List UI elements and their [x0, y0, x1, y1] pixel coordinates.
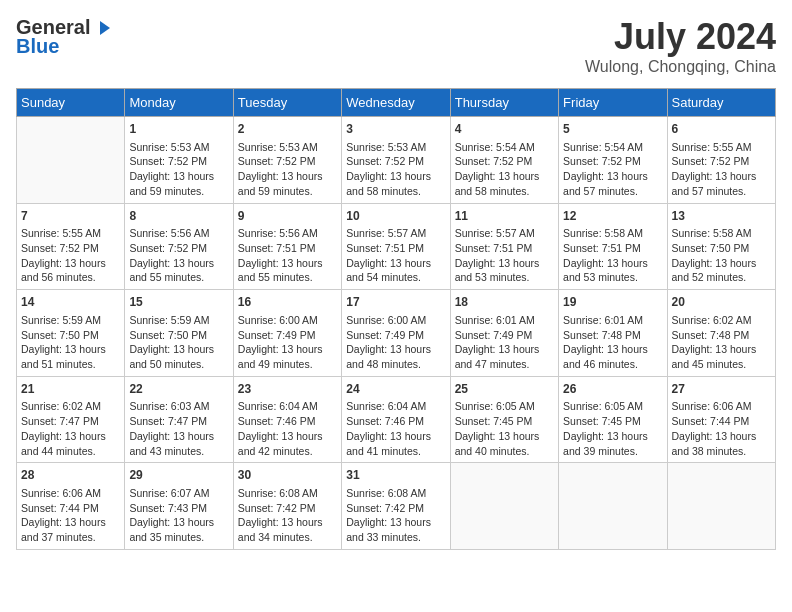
daylight-label: Daylight: 13 hours and 46 minutes.: [563, 343, 648, 370]
sunrise-label: Sunrise: 6:04 AM: [238, 400, 318, 412]
daylight-label: Daylight: 13 hours and 55 minutes.: [129, 257, 214, 284]
sunset-label: Sunset: 7:52 PM: [21, 242, 99, 254]
sunset-label: Sunset: 7:43 PM: [129, 502, 207, 514]
calendar-cell: 16 Sunrise: 6:00 AM Sunset: 7:49 PM Dayl…: [233, 290, 341, 377]
day-number: 19: [563, 294, 662, 311]
sunrise-label: Sunrise: 5:55 AM: [21, 227, 101, 239]
sunset-label: Sunset: 7:49 PM: [455, 329, 533, 341]
calendar-cell: 27 Sunrise: 6:06 AM Sunset: 7:44 PM Dayl…: [667, 376, 775, 463]
calendar-cell: 11 Sunrise: 5:57 AM Sunset: 7:51 PM Dayl…: [450, 203, 558, 290]
sunset-label: Sunset: 7:42 PM: [346, 502, 424, 514]
sunset-label: Sunset: 7:48 PM: [563, 329, 641, 341]
calendar-cell: 17 Sunrise: 6:00 AM Sunset: 7:49 PM Dayl…: [342, 290, 450, 377]
sunrise-label: Sunrise: 5:56 AM: [129, 227, 209, 239]
sunrise-label: Sunrise: 6:01 AM: [563, 314, 643, 326]
calendar-cell: 10 Sunrise: 5:57 AM Sunset: 7:51 PM Dayl…: [342, 203, 450, 290]
day-number: 23: [238, 381, 337, 398]
week-row-4: 21 Sunrise: 6:02 AM Sunset: 7:47 PM Dayl…: [17, 376, 776, 463]
calendar-cell: 9 Sunrise: 5:56 AM Sunset: 7:51 PM Dayli…: [233, 203, 341, 290]
day-number: 14: [21, 294, 120, 311]
logo-blue: Blue: [16, 35, 59, 58]
daylight-label: Daylight: 13 hours and 39 minutes.: [563, 430, 648, 457]
sunrise-label: Sunrise: 5:58 AM: [672, 227, 752, 239]
sunset-label: Sunset: 7:50 PM: [672, 242, 750, 254]
sunset-label: Sunset: 7:52 PM: [672, 155, 750, 167]
day-number: 8: [129, 208, 228, 225]
sunrise-label: Sunrise: 5:55 AM: [672, 141, 752, 153]
sunset-label: Sunset: 7:44 PM: [672, 415, 750, 427]
sunrise-label: Sunrise: 5:54 AM: [455, 141, 535, 153]
day-number: 10: [346, 208, 445, 225]
sunset-label: Sunset: 7:47 PM: [21, 415, 99, 427]
week-row-5: 28 Sunrise: 6:06 AM Sunset: 7:44 PM Dayl…: [17, 463, 776, 550]
sunset-label: Sunset: 7:52 PM: [346, 155, 424, 167]
day-number: 13: [672, 208, 771, 225]
svg-marker-0: [100, 21, 110, 35]
calendar-cell: 7 Sunrise: 5:55 AM Sunset: 7:52 PM Dayli…: [17, 203, 125, 290]
title-area: July 2024 Wulong, Chongqing, China: [585, 16, 776, 76]
calendar-cell: 31 Sunrise: 6:08 AM Sunset: 7:42 PM Dayl…: [342, 463, 450, 550]
daylight-label: Daylight: 13 hours and 49 minutes.: [238, 343, 323, 370]
daylight-label: Daylight: 13 hours and 58 minutes.: [346, 170, 431, 197]
sunrise-label: Sunrise: 6:02 AM: [21, 400, 101, 412]
sunset-label: Sunset: 7:47 PM: [129, 415, 207, 427]
sunset-label: Sunset: 7:52 PM: [455, 155, 533, 167]
calendar-cell: 8 Sunrise: 5:56 AM Sunset: 7:52 PM Dayli…: [125, 203, 233, 290]
calendar-cell: 25 Sunrise: 6:05 AM Sunset: 7:45 PM Dayl…: [450, 376, 558, 463]
day-number: 6: [672, 121, 771, 138]
sunset-label: Sunset: 7:51 PM: [346, 242, 424, 254]
sunrise-label: Sunrise: 6:02 AM: [672, 314, 752, 326]
sunset-label: Sunset: 7:52 PM: [129, 155, 207, 167]
sunset-label: Sunset: 7:44 PM: [21, 502, 99, 514]
calendar-cell: 6 Sunrise: 5:55 AM Sunset: 7:52 PM Dayli…: [667, 117, 775, 204]
daylight-label: Daylight: 13 hours and 54 minutes.: [346, 257, 431, 284]
header: General Blue July 2024 Wulong, Chongqing…: [16, 16, 776, 76]
sunset-label: Sunset: 7:49 PM: [238, 329, 316, 341]
sunrise-label: Sunrise: 6:05 AM: [563, 400, 643, 412]
calendar-cell: 5 Sunrise: 5:54 AM Sunset: 7:52 PM Dayli…: [559, 117, 667, 204]
sunset-label: Sunset: 7:45 PM: [455, 415, 533, 427]
header-cell-tuesday: Tuesday: [233, 89, 341, 117]
daylight-label: Daylight: 13 hours and 53 minutes.: [563, 257, 648, 284]
daylight-label: Daylight: 13 hours and 42 minutes.: [238, 430, 323, 457]
sunrise-label: Sunrise: 6:08 AM: [238, 487, 318, 499]
header-cell-monday: Monday: [125, 89, 233, 117]
daylight-label: Daylight: 13 hours and 51 minutes.: [21, 343, 106, 370]
day-number: 27: [672, 381, 771, 398]
month-year: July 2024: [585, 16, 776, 58]
sunrise-label: Sunrise: 5:53 AM: [346, 141, 426, 153]
daylight-label: Daylight: 13 hours and 56 minutes.: [21, 257, 106, 284]
calendar-cell: [559, 463, 667, 550]
day-number: 15: [129, 294, 228, 311]
sunrise-label: Sunrise: 5:57 AM: [455, 227, 535, 239]
calendar-cell: 23 Sunrise: 6:04 AM Sunset: 7:46 PM Dayl…: [233, 376, 341, 463]
sunrise-label: Sunrise: 5:59 AM: [21, 314, 101, 326]
sunset-label: Sunset: 7:45 PM: [563, 415, 641, 427]
sunrise-label: Sunrise: 5:54 AM: [563, 141, 643, 153]
sunrise-label: Sunrise: 6:00 AM: [346, 314, 426, 326]
day-number: 24: [346, 381, 445, 398]
daylight-label: Daylight: 13 hours and 59 minutes.: [129, 170, 214, 197]
calendar-cell: 12 Sunrise: 5:58 AM Sunset: 7:51 PM Dayl…: [559, 203, 667, 290]
daylight-label: Daylight: 13 hours and 38 minutes.: [672, 430, 757, 457]
day-number: 25: [455, 381, 554, 398]
calendar-cell: 24 Sunrise: 6:04 AM Sunset: 7:46 PM Dayl…: [342, 376, 450, 463]
logo-icon: [92, 17, 114, 39]
sunrise-label: Sunrise: 6:03 AM: [129, 400, 209, 412]
daylight-label: Daylight: 13 hours and 43 minutes.: [129, 430, 214, 457]
daylight-label: Daylight: 13 hours and 34 minutes.: [238, 516, 323, 543]
sunset-label: Sunset: 7:51 PM: [455, 242, 533, 254]
calendar-cell: 22 Sunrise: 6:03 AM Sunset: 7:47 PM Dayl…: [125, 376, 233, 463]
day-number: 3: [346, 121, 445, 138]
daylight-label: Daylight: 13 hours and 57 minutes.: [563, 170, 648, 197]
header-cell-thursday: Thursday: [450, 89, 558, 117]
sunset-label: Sunset: 7:52 PM: [238, 155, 316, 167]
day-number: 11: [455, 208, 554, 225]
daylight-label: Daylight: 13 hours and 48 minutes.: [346, 343, 431, 370]
sunrise-label: Sunrise: 6:07 AM: [129, 487, 209, 499]
daylight-label: Daylight: 13 hours and 50 minutes.: [129, 343, 214, 370]
sunrise-label: Sunrise: 5:56 AM: [238, 227, 318, 239]
calendar-cell: 2 Sunrise: 5:53 AM Sunset: 7:52 PM Dayli…: [233, 117, 341, 204]
day-number: 12: [563, 208, 662, 225]
daylight-label: Daylight: 13 hours and 45 minutes.: [672, 343, 757, 370]
